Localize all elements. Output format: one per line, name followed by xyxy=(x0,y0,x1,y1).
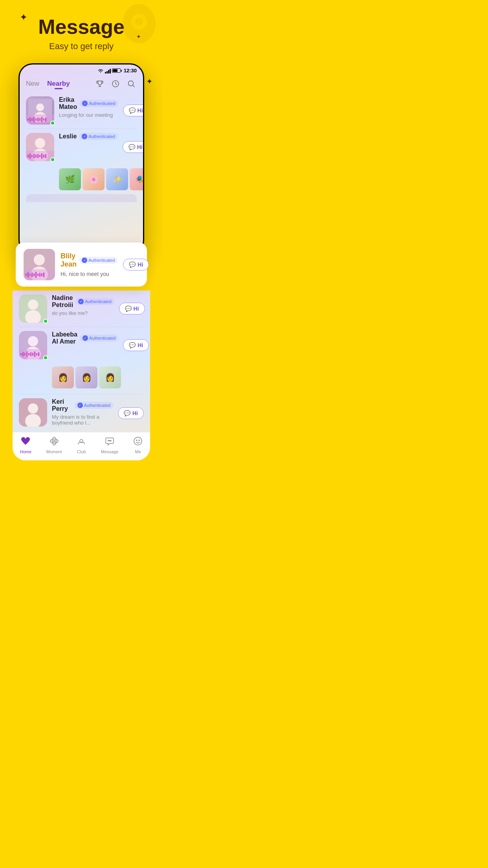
auth-badge-keri: ✓ Authenticated xyxy=(75,402,113,409)
hi-btn-label-keri: Hi xyxy=(132,410,138,416)
avatar-labeeba xyxy=(19,331,47,359)
floating-name-blily: Blily Jean xyxy=(61,252,77,268)
user-name-leslie: Leslie xyxy=(59,133,77,140)
hi-btn-label-labeeba: Hi xyxy=(138,342,143,348)
moment-label: Moment xyxy=(46,449,62,454)
avatar-wrap-keri xyxy=(19,398,47,427)
hi-btn-icon-erika: 💬 xyxy=(129,107,136,114)
user-card-labeeba[interactable]: Labeeba Al Amer ✓ Authenticated 💬 Hi 👩 👩 xyxy=(13,327,150,394)
user-name-row-erika: Erika Mateo ✓ Authenticated xyxy=(59,96,118,110)
hi-button-keri[interactable]: 💬 Hi xyxy=(118,407,144,419)
auth-label-blily: Authenticated xyxy=(88,258,115,263)
floating-card-blily[interactable]: Blily Jean ✓ Authenticated Hi, nice to m… xyxy=(16,243,147,287)
bottom-spacer xyxy=(8,460,155,472)
svg-point-25 xyxy=(52,437,56,445)
partial-card xyxy=(20,194,143,202)
user-name-row-leslie: Leslie ✓ Authenticated xyxy=(59,133,118,140)
home-label: Home xyxy=(20,449,31,454)
card-content-keri: Keri Perry ✓ Authenticated My dream is t… xyxy=(52,398,113,428)
history-icon[interactable] xyxy=(110,78,121,89)
message-label: Message xyxy=(101,449,119,454)
avatar-wrap-leslie xyxy=(26,133,54,161)
auth-badge-blily: ✓ Authenticated xyxy=(79,257,117,264)
me-label: Me xyxy=(135,449,141,454)
club-icon xyxy=(77,436,86,448)
search-icon[interactable] xyxy=(126,78,137,89)
floating-content-blily: Blily Jean ✓ Authenticated Hi, nice to m… xyxy=(61,252,117,277)
photo-thumb-3[interactable]: ✨ xyxy=(106,168,128,190)
me-icon xyxy=(133,436,143,448)
phone-mockup: 12:30 New Nearby xyxy=(18,63,144,254)
photo-thumb-4[interactable]: 🎭 xyxy=(130,168,143,190)
svg-point-30 xyxy=(134,437,142,445)
user-card-erika[interactable]: Erika Mateo ✓ Authenticated Longing for … xyxy=(20,92,143,129)
online-indicator-leslie xyxy=(50,157,55,162)
status-bar: 12:30 xyxy=(20,64,143,75)
user-card-keri[interactable]: Keri Perry ✓ Authenticated My dream is t… xyxy=(13,394,150,432)
bottom-navigation: Home Moment xyxy=(13,432,150,460)
auth-label-labeeba: Authenticated xyxy=(89,336,116,340)
user-name-labeeba: Labeeba Al Amer xyxy=(52,331,77,345)
user-status-keri: My dream is to find a boyfriend who l... xyxy=(52,414,113,426)
user-name-nadine: Nadine Petroiii xyxy=(52,294,73,309)
svg-point-13 xyxy=(34,254,45,265)
tab-new[interactable]: New xyxy=(26,80,39,88)
status-icons xyxy=(97,68,121,74)
nav-club[interactable]: Club xyxy=(77,436,86,454)
nav-me[interactable]: Me xyxy=(133,436,143,454)
verify-icon-labeeba: ✓ xyxy=(83,335,88,341)
nav-moment[interactable]: Moment xyxy=(46,436,62,454)
user-card-leslie[interactable]: Leslie ✓ Authenticated 💬 Hi 🌿 xyxy=(20,129,143,194)
auth-label-keri: Authenticated xyxy=(84,403,110,408)
online-indicator-erika xyxy=(50,121,55,125)
hi-button-leslie[interactable]: 💬 Hi xyxy=(123,141,143,153)
photo-labeeba-3[interactable]: 👩 xyxy=(99,366,121,388)
nav-home[interactable]: Home xyxy=(20,436,31,454)
photo-thumb-2[interactable]: 🌸 xyxy=(83,168,105,190)
card-content-labeeba: Labeeba Al Amer ✓ Authenticated xyxy=(52,331,118,347)
card-content-erika: Erika Mateo ✓ Authenticated Longing for … xyxy=(59,96,118,120)
user-status-erika: Longing for our meeting xyxy=(59,112,118,118)
svg-point-26 xyxy=(53,440,55,442)
online-indicator-labeeba xyxy=(43,355,48,360)
svg-point-10 xyxy=(35,138,45,148)
avatar-blily xyxy=(24,249,55,280)
hi-btn-label-erika: Hi xyxy=(138,107,143,114)
tab-nearby[interactable]: Nearby xyxy=(47,80,70,88)
avatar-keri xyxy=(19,398,47,427)
photo-labeeba-1[interactable]: 👩 xyxy=(52,366,74,388)
status-time: 12:30 xyxy=(124,68,137,74)
card-content-leslie: Leslie ✓ Authenticated xyxy=(59,133,118,142)
user-name-erika: Erika Mateo xyxy=(59,96,77,110)
hi-button-blily[interactable]: 💬 Hi xyxy=(123,259,149,270)
user-name-row-keri: Keri Perry ✓ Authenticated xyxy=(52,398,113,412)
floating-msg-blily: Hi, nice to meet you xyxy=(61,271,117,277)
online-indicator-nadine xyxy=(43,319,48,324)
svg-point-22 xyxy=(28,403,38,414)
hi-button-erika[interactable]: 💬 Hi xyxy=(123,105,143,116)
nav-tabs: New Nearby xyxy=(20,75,143,92)
auth-label-leslie: Authenticated xyxy=(88,134,115,139)
trophy-icon[interactable] xyxy=(94,78,105,89)
svg-point-31 xyxy=(136,440,137,441)
card-content-nadine: Nadine Petroiii ✓ Authenticated do you l… xyxy=(52,294,114,318)
signal-bars-icon xyxy=(105,68,111,74)
verify-icon-blily: ✓ xyxy=(82,257,87,263)
battery-icon xyxy=(112,68,121,73)
nav-message[interactable]: Message xyxy=(101,436,119,454)
auth-label-erika: Authenticated xyxy=(89,101,115,106)
hi-button-nadine[interactable]: 💬 Hi xyxy=(119,303,145,314)
svg-point-28 xyxy=(109,440,110,441)
photo-thumb-1[interactable]: 🌿 xyxy=(59,168,81,190)
avatar-wrap-nadine xyxy=(19,294,47,323)
avatar-nadine xyxy=(19,294,47,323)
svg-line-5 xyxy=(133,85,134,87)
user-card-nadine[interactable]: Nadine Petroiii ✓ Authenticated do you l… xyxy=(13,291,150,327)
avatar-wrap-labeeba xyxy=(19,331,47,359)
photo-labeeba-2[interactable]: 👩 xyxy=(75,366,97,388)
avatar-erika xyxy=(26,96,54,125)
svg-point-32 xyxy=(139,440,139,441)
spark-icon-mid-right: ✦ xyxy=(146,77,153,86)
hi-button-labeeba[interactable]: 💬 Hi xyxy=(123,339,149,351)
home-icon xyxy=(21,436,30,448)
